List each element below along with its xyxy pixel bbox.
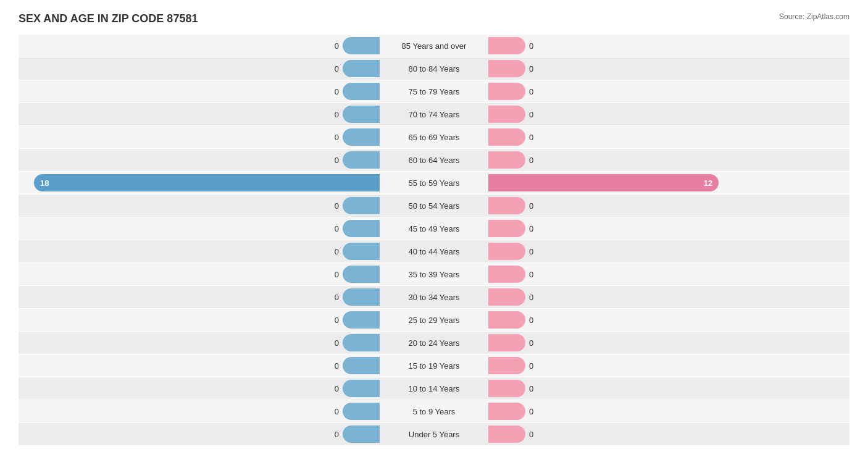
age-label: 80 to 84 Years [383,64,485,73]
age-label: 60 to 64 Years [383,156,485,165]
bar-row: 0 30 to 34 Years 0 [19,286,849,308]
right-section: 0 [485,126,849,148]
left-section: 0 [19,80,383,103]
bar-row: 0 20 to 24 Years 0 [19,332,849,354]
female-value: 0 [529,224,548,233]
male-value: 0 [320,224,339,233]
left-section: 0 [19,149,383,171]
female-bar [488,403,525,420]
age-label: 20 to 24 Years [383,338,485,348]
age-label: 70 to 74 Years [383,110,485,119]
male-bar: 18 [34,174,380,191]
male-bar [343,128,380,146]
left-section: 0 [19,377,383,400]
right-section: 0 [485,103,849,125]
age-label: 10 to 14 Years [383,384,485,393]
right-section: 0 [485,35,849,57]
male-bar [343,83,380,100]
male-bar [343,380,380,397]
bar-row: 0 40 to 44 Years 0 [19,240,849,262]
age-label: 50 to 54 Years [383,201,485,211]
female-value: 0 [529,156,548,165]
female-value: 0 [529,247,548,256]
male-value: 0 [320,384,339,393]
right-section: 0 [485,423,849,445]
female-value: 0 [529,110,548,119]
bar-row: 0 85 Years and over 0 [19,35,849,57]
right-section: 0 [485,377,849,400]
left-section: 0 [19,57,383,80]
chart-container: SEX AND AGE IN ZIP CODE 87581 Source: Zi… [0,0,868,457]
left-section: 0 [19,35,383,57]
right-section: 12 12 [485,172,849,194]
age-label: 65 to 69 Years [383,133,485,142]
left-section: 0 [19,126,383,148]
bar-row: 18 18 55 to 59 Years 12 12 [19,172,849,194]
left-section: 0 [19,240,383,262]
male-bar [343,220,380,237]
male-bar [343,243,380,260]
right-section: 0 [485,286,849,308]
female-bar [488,220,525,237]
bar-row: 0 5 to 9 Years 0 [19,400,849,422]
male-value: 0 [320,64,339,73]
female-bar [488,37,525,54]
bar-row: 0 65 to 69 Years 0 [19,126,849,148]
male-bar [343,426,380,443]
right-section: 0 [485,400,849,422]
age-label: 75 to 79 Years [383,87,485,96]
female-value: 0 [529,64,548,73]
source-label: Source: ZipAtlas.com [779,12,849,21]
left-section: 0 [19,217,383,240]
female-bar [488,266,525,283]
female-bar [488,106,525,123]
female-value: 0 [529,361,548,371]
left-section: 0 [19,103,383,125]
age-label: 5 to 9 Years [383,407,485,416]
left-section: 0 [19,423,383,445]
right-section: 0 [485,332,849,354]
left-section: 0 [19,309,383,331]
bar-row: 0 Under 5 Years 0 [19,423,849,445]
male-bar [343,288,380,306]
bar-row: 0 80 to 84 Years 0 [19,57,849,80]
age-label: Under 5 Years [383,430,485,439]
left-section: 0 [19,286,383,308]
female-value: 0 [529,384,548,393]
male-bar [343,357,380,374]
female-bar [488,128,525,146]
age-label: 15 to 19 Years [383,361,485,371]
bar-row: 0 70 to 74 Years 0 [19,103,849,125]
male-value: 0 [320,87,339,96]
right-section: 0 [485,149,849,171]
male-value: 0 [320,201,339,211]
left-section: 0 [19,400,383,422]
male-bar [343,403,380,420]
male-value: 0 [320,293,339,302]
male-bar [343,311,380,329]
female-value: 0 [529,293,548,302]
male-bar [343,37,380,54]
chart-title: SEX AND AGE IN ZIP CODE 87581 [19,12,849,25]
male-value: 0 [320,133,339,142]
female-bar [488,288,525,306]
male-value: 0 [320,338,339,348]
male-bar [343,197,380,214]
female-bar [488,60,525,77]
male-value: 0 [320,247,339,256]
female-bar [488,151,525,169]
bar-row: 0 60 to 64 Years 0 [19,149,849,171]
age-label: 40 to 44 Years [383,247,485,256]
female-value: 0 [529,316,548,325]
bar-row: 0 25 to 29 Years 0 [19,309,849,331]
male-bar [343,151,380,169]
male-bar [343,60,380,77]
age-label: 45 to 49 Years [383,224,485,233]
right-section: 0 [485,195,849,217]
age-label: 35 to 39 Years [383,270,485,279]
bar-row: 0 10 to 14 Years 0 [19,377,849,400]
left-section: 0 [19,195,383,217]
right-section: 0 [485,240,849,262]
female-value: 0 [529,41,548,51]
female-bar [488,311,525,329]
